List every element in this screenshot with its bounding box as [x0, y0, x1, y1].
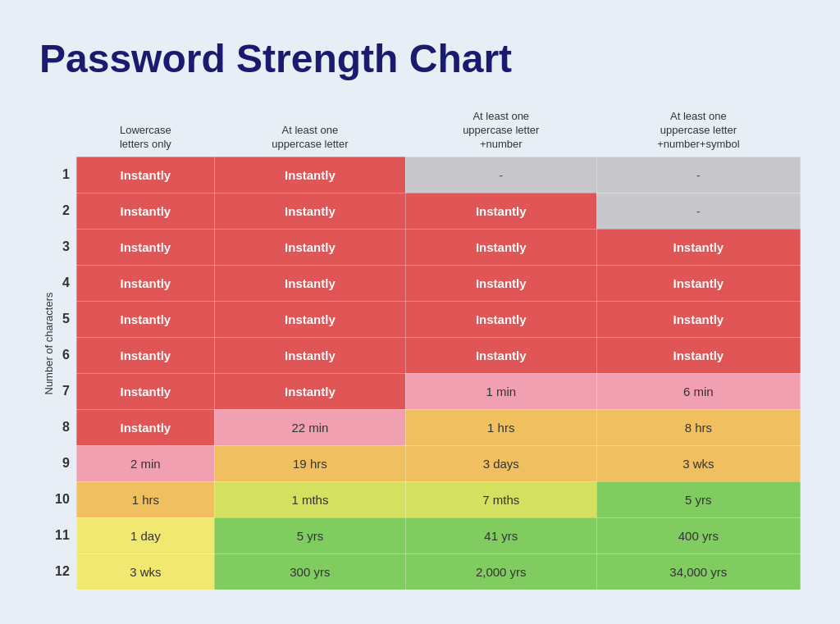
chart-wrapper: Number of characters 123456789101112 Low… — [39, 98, 801, 590]
cell-row3-col3: Instantly — [596, 229, 800, 265]
cell-row6-col0: Instantly — [76, 337, 214, 373]
table-body: InstantlyInstantly--InstantlyInstantlyIn… — [76, 157, 800, 590]
y-axis-label: Number of characters — [39, 98, 55, 590]
cell-row12-col2: 2,000 yrs — [405, 553, 596, 590]
row-number-11: 11 — [55, 517, 76, 553]
cell-row6-col3: Instantly — [596, 337, 800, 373]
cell-row9-col0: 2 min — [76, 445, 214, 481]
cell-row1-col0: Instantly — [76, 157, 214, 193]
column-header-0: Lowercaseletters only — [76, 98, 214, 157]
column-header-1: At least oneuppercase letter — [214, 98, 405, 157]
table-head: Lowercaseletters onlyAt least oneupperca… — [76, 98, 800, 157]
cell-row2-col2: Instantly — [405, 193, 596, 229]
cell-row10-col2: 7 mths — [405, 481, 596, 517]
cell-row9-col3: 3 wks — [596, 445, 800, 481]
cell-row7-col2: 1 min — [405, 373, 596, 409]
table-section: Lowercaseletters onlyAt least oneupperca… — [76, 98, 801, 590]
table-row: 3 wks300 yrs2,000 yrs34,000 yrs — [76, 553, 800, 590]
row-number-10: 10 — [55, 481, 76, 517]
cell-row2-col3: - — [596, 193, 800, 229]
cell-row3-col0: Instantly — [76, 229, 214, 265]
cell-row8-col0: Instantly — [76, 409, 214, 445]
table-row: InstantlyInstantly1 min6 min — [76, 373, 800, 409]
page-container: Password Strength Chart Number of charac… — [16, 16, 824, 613]
cell-row8-col3: 8 hrs — [596, 409, 800, 445]
cell-row10-col3: 5 yrs — [596, 481, 800, 517]
column-header-3: At least oneuppercase letter+number+symb… — [596, 98, 800, 157]
table-row: InstantlyInstantlyInstantly- — [76, 193, 800, 229]
cell-row5-col3: Instantly — [596, 301, 800, 337]
table-row: InstantlyInstantlyInstantlyInstantly — [76, 229, 800, 265]
page-title: Password Strength Chart — [39, 36, 801, 81]
cell-row3-col2: Instantly — [405, 229, 596, 265]
row-number-1: 1 — [55, 157, 76, 193]
cell-row12-col3: 34,000 yrs — [596, 553, 800, 590]
cell-row11-col2: 41 yrs — [405, 517, 596, 553]
cell-row6-col1: Instantly — [214, 337, 405, 373]
row-number-7: 7 — [55, 373, 76, 409]
cell-row11-col0: 1 day — [76, 517, 214, 553]
cell-row8-col2: 1 hrs — [405, 409, 596, 445]
cell-row8-col1: 22 min — [214, 409, 405, 445]
table-row: InstantlyInstantlyInstantlyInstantly — [76, 337, 800, 373]
cell-row4-col0: Instantly — [76, 265, 214, 301]
cell-row2-col1: Instantly — [214, 193, 405, 229]
table-row: InstantlyInstantly-- — [76, 157, 800, 193]
cell-row2-col0: Instantly — [76, 193, 214, 229]
cell-row11-col1: 5 yrs — [214, 517, 405, 553]
column-header-2: At least oneuppercase letter+number — [405, 98, 596, 157]
cell-row6-col2: Instantly — [405, 337, 596, 373]
table-row: 1 day5 yrs41 yrs400 yrs — [76, 517, 800, 553]
row-number-2: 2 — [55, 193, 76, 229]
table-row: Instantly22 min1 hrs8 hrs — [76, 409, 800, 445]
strength-table: Lowercaseletters onlyAt least oneupperca… — [76, 98, 801, 590]
cell-row9-col2: 3 days — [405, 445, 596, 481]
cell-row11-col3: 400 yrs — [596, 517, 800, 553]
cell-row7-col0: Instantly — [76, 373, 214, 409]
cell-row5-col2: Instantly — [405, 301, 596, 337]
row-num-header-spacer — [55, 98, 76, 157]
cell-row5-col1: Instantly — [214, 301, 405, 337]
table-row: InstantlyInstantlyInstantlyInstantly — [76, 265, 800, 301]
row-numbers: 123456789101112 — [55, 98, 76, 590]
row-number-3: 3 — [55, 229, 76, 265]
cell-row3-col1: Instantly — [214, 229, 405, 265]
cell-row9-col1: 19 hrs — [214, 445, 405, 481]
cell-row1-col1: Instantly — [214, 157, 405, 193]
cell-row12-col0: 3 wks — [76, 553, 214, 590]
row-number-12: 12 — [55, 553, 76, 590]
row-number-9: 9 — [55, 445, 76, 481]
cell-row4-col1: Instantly — [214, 265, 405, 301]
cell-row4-col2: Instantly — [405, 265, 596, 301]
cell-row10-col0: 1 hrs — [76, 481, 214, 517]
cell-row4-col3: Instantly — [596, 265, 800, 301]
header-row: Lowercaseletters onlyAt least oneupperca… — [76, 98, 800, 157]
table-row: 1 hrs1 mths7 mths5 yrs — [76, 481, 800, 517]
row-number-4: 4 — [55, 265, 76, 301]
cell-row1-col2: - — [405, 157, 596, 193]
row-number-5: 5 — [55, 301, 76, 337]
cell-row7-col3: 6 min — [596, 373, 800, 409]
cell-row12-col1: 300 yrs — [214, 553, 405, 590]
table-row: 2 min19 hrs3 days3 wks — [76, 445, 800, 481]
cell-row5-col0: Instantly — [76, 301, 214, 337]
cell-row7-col1: Instantly — [214, 373, 405, 409]
row-number-8: 8 — [55, 409, 76, 445]
table-row: InstantlyInstantlyInstantlyInstantly — [76, 301, 800, 337]
row-number-6: 6 — [55, 337, 76, 373]
cell-row1-col3: - — [596, 157, 800, 193]
cell-row10-col1: 1 mths — [214, 481, 405, 517]
